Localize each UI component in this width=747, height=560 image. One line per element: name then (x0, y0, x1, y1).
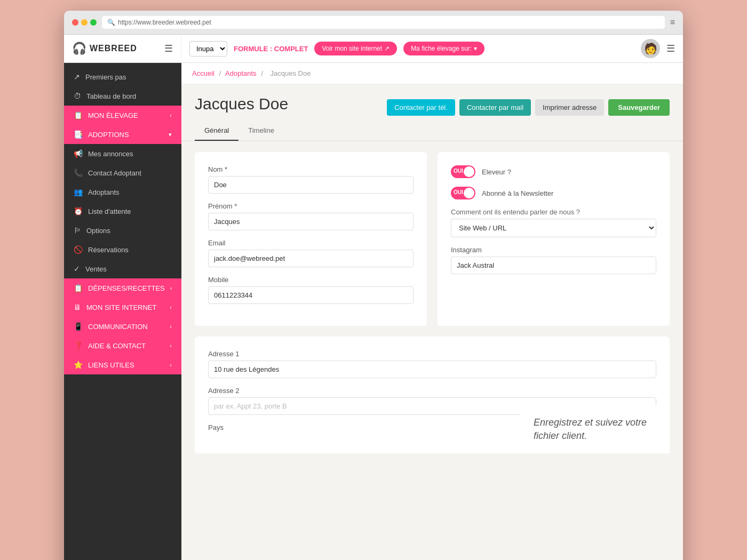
sidebar-item-mon-site[interactable]: 🖥 MON SITE INTERNET ‹ (64, 298, 181, 317)
toggle-oui-label2: OUI (454, 189, 463, 195)
flag-icon: 🏳 (74, 226, 81, 235)
sidebar-item-options[interactable]: 🏳 Options (64, 221, 181, 240)
email-label: Email (208, 239, 414, 247)
header-sidebar-logo: 🎧 WEBREED ☰ (64, 36, 181, 61)
form-card-left: Nom * Prénom * Email Mobile (195, 152, 427, 326)
sidebar-item-mon-elevage[interactable]: 📋 MON ÉLEVAGE ‹ (64, 106, 181, 125)
check-icon: ✓ (74, 265, 80, 273)
eleveur-toggle[interactable]: OUI (451, 165, 475, 178)
sidebar-item-depenses[interactable]: 📋 DÉPENSES/RECETTES ‹ (64, 278, 181, 298)
action-buttons: Contacter par tél. Contacter par mail Im… (387, 99, 670, 116)
sidebar-item-liste-attente[interactable]: ⏰ Liste d'attente (64, 202, 181, 221)
header-menu-icon[interactable]: ☰ (666, 43, 675, 54)
prenom-input[interactable] (208, 213, 414, 230)
eleveur-toggle-row: OUI Eleveur ? (451, 165, 656, 178)
newsletter-label: Abonné à la Newsletter (482, 189, 553, 197)
breadcrumb-sep1: / (219, 69, 221, 77)
sidebar-label: Contact Adoptant (88, 169, 141, 177)
app-layout: ↗ Premiers pas ⏱ Tableau de bord 📋 MON É… (64, 63, 683, 560)
form-group-email: Email (208, 239, 414, 267)
adresse1-input[interactable] (208, 361, 656, 378)
breadcrumb-current: Jacques Doe (271, 69, 311, 77)
tabs: Général Timeline (181, 121, 683, 141)
megaphone-icon: 📢 (74, 149, 83, 158)
sidebar-item-premiers-pas[interactable]: ↗ Premiers pas (64, 67, 181, 86)
monitor-icon: 🖥 (74, 303, 81, 311)
sidebar-label: Adoptants (88, 188, 120, 196)
contact-mail-button[interactable]: Contacter par mail (459, 99, 531, 116)
voir-site-button[interactable]: Voir mon site internet ↗ (314, 42, 397, 55)
avatar[interactable]: 🧑 (641, 39, 660, 58)
formule-badge: FORMULE : COMPLET (234, 45, 308, 53)
tab-general[interactable]: Général (195, 121, 239, 141)
breadcrumb-accueil[interactable]: Accueil (192, 69, 214, 77)
address-bar[interactable]: 🔍 https://www.breeder.webreed.pet (102, 16, 665, 29)
sidebar-item-reservations[interactable]: 🚫 Réservations (64, 240, 181, 259)
sidebar-label: Réservations (88, 246, 129, 254)
mobile-label: Mobile (208, 276, 414, 284)
sidebar-label: DÉPENSES/RECETTES (88, 284, 165, 292)
arrow-left-icon2: ‹ (170, 304, 172, 310)
external-link-icon: ↗ (384, 45, 390, 52)
chevron-down-icon: ▾ (169, 131, 172, 138)
arrow-left-icon3: ‹ (170, 323, 172, 330)
sidebar-label: Options (86, 227, 110, 235)
breeder-select[interactable]: Inupa (189, 41, 227, 57)
imprimer-button[interactable]: Imprimer adresse (535, 99, 604, 116)
sidebar-label: MON ÉLEVAGE (88, 111, 138, 119)
sidebar-item-contact-adoptant[interactable]: 📞 Contact Adoptant (64, 163, 181, 182)
form-group-adresse1: Adresse 1 (208, 350, 656, 378)
sidebar-label: MON SITE INTERNET (86, 303, 156, 311)
page-header: Jacques Doe Contacter par tél. Contacter… (181, 84, 683, 121)
avatar-icon: 🧑 (644, 42, 657, 55)
header-main: Inupa FORMULE : COMPLET Voir mon site in… (181, 35, 683, 62)
sidebar-item-aide[interactable]: ❓ AIDE & CONTACT ‹ (64, 336, 181, 355)
instagram-input[interactable] (451, 257, 656, 274)
browser-dots (72, 19, 97, 26)
sidebar-item-adoptants[interactable]: 👥 Adoptants (64, 182, 181, 202)
promo-text: Enregistrez et suivez votre fichier clie… (534, 416, 656, 443)
breadcrumb-sep2: / (261, 69, 263, 77)
arrow-right-icon: ‹ (170, 112, 172, 118)
sidebar-label: COMMUNICATION (88, 323, 148, 331)
sidebar-label: Mes annonces (88, 150, 133, 158)
url-display: https://www.breeder.webreed.pet (118, 19, 211, 26)
source-label: Comment ont ils entendu parler de nous ? (451, 208, 656, 216)
eleveur-label: Eleveur ? (482, 168, 511, 176)
instagram-label: Instagram (451, 246, 656, 254)
breadcrumb-adoptants[interactable]: Adoptants (225, 69, 257, 77)
email-input[interactable] (208, 250, 414, 267)
form-group-mobile: Mobile (208, 276, 414, 304)
sidebar-label: LIENS UTILES (88, 361, 134, 369)
sidebar-item-communication[interactable]: 📱 COMMUNICATION ‹ (64, 317, 181, 336)
form-group-prenom: Prénom * (208, 202, 414, 230)
arrow-icon: ↗ (74, 73, 80, 81)
newsletter-toggle[interactable]: OUI (451, 187, 475, 199)
address-section: Adresse 1 Adresse 2 Pays Enregis (195, 337, 670, 453)
nom-label: Nom * (208, 165, 414, 173)
phone-icon: 📞 (74, 169, 83, 177)
browser-menu-icon[interactable]: ≡ (670, 18, 675, 27)
form-row-main: Nom * Prénom * Email Mobile (195, 152, 670, 326)
sidebar-item-ventes[interactable]: ✓ Ventes (64, 259, 181, 278)
dot-green[interactable] (90, 19, 97, 26)
page-title: Jacques Doe (195, 95, 288, 113)
nom-input[interactable] (208, 176, 414, 194)
sidebar-item-liens[interactable]: ⭐ LIENS UTILES ‹ (64, 355, 181, 374)
mobile-input[interactable] (208, 286, 414, 304)
save-button[interactable]: Sauvegarder (608, 99, 670, 116)
doc-icon: 📑 (74, 130, 83, 139)
question-icon: ❓ (74, 341, 83, 350)
fiche-elevage-button[interactable]: Ma fiche élevage sur: ▾ (403, 42, 484, 55)
sidebar-item-tableau-bord[interactable]: ⏱ Tableau de bord (64, 86, 181, 106)
dot-yellow[interactable] (81, 19, 88, 26)
tab-timeline[interactable]: Timeline (239, 121, 284, 141)
sidebar-item-mes-annonces[interactable]: 📢 Mes annonces (64, 144, 181, 163)
contact-tel-button[interactable]: Contacter par tél. (387, 99, 455, 116)
sidebar-toggle-icon[interactable]: ☰ (164, 43, 173, 54)
source-select[interactable]: Site Web / URL Réseaux sociaux Bouche à … (451, 219, 656, 237)
dot-red[interactable] (72, 19, 78, 26)
chevron-down-icon: ▾ (474, 45, 477, 52)
sidebar-item-adoptions[interactable]: 📑 ADOPTIONS ▾ (64, 125, 181, 144)
logo-text: WEBREED (90, 44, 137, 53)
